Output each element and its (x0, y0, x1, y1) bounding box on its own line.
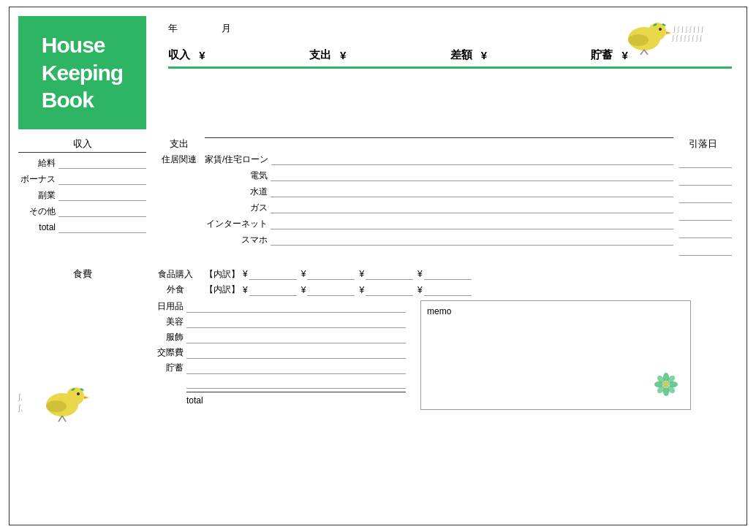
food-sub-label-2: 外食 (146, 284, 205, 296)
bird-decoration-bottom: ∫, ∫, (15, 374, 102, 428)
food-yen-label-1c: ¥ (359, 269, 364, 279)
food-line-1c[interactable] (366, 268, 413, 280)
misc-row-nichiyohin: 日用品 (146, 300, 406, 313)
date-line-2[interactable] (679, 171, 732, 186)
svg-point-11 (77, 392, 80, 395)
income-header: 収入 (18, 137, 146, 151)
misc-row-beauty: 美容 (146, 316, 406, 328)
year-label: 年 (168, 22, 178, 35)
title-line1: House (42, 33, 105, 57)
page: House Keeping Book 年 月 (9, 7, 747, 525)
misc-line-beauty[interactable] (186, 316, 406, 328)
misc-row-clothing: 服飾 (146, 331, 406, 343)
income-line-side[interactable] (58, 189, 146, 201)
expense-row-net: インターネット (205, 216, 673, 231)
title-text: House Keeping Book (34, 31, 130, 114)
expense-row-water: 水道 (205, 184, 673, 199)
income-total-label: total (18, 222, 58, 232)
income-line-kyuryo[interactable] (58, 157, 146, 169)
misc-label-nichiyohin: 日用品 (146, 300, 186, 313)
food-badge-1: 【内訳】 (205, 268, 240, 281)
income-line-bonus[interactable] (58, 173, 146, 185)
expense-line-gas[interactable] (271, 202, 673, 213)
expense-row-elec: 電気 (205, 168, 673, 183)
expense-line-water[interactable] (271, 186, 673, 197)
misc-line-savings[interactable] (186, 362, 406, 374)
date-column (673, 152, 732, 259)
bird-top-svg: ∫∫∫∫∫∫∫∫ ∫∫∫∫∫∫∫∫ (608, 18, 725, 55)
svg-text:∫,: ∫, (18, 392, 23, 402)
misc-line-nichiyohin[interactable] (186, 301, 406, 313)
misc-label-beauty: 美容 (146, 316, 186, 328)
food-line-2a[interactable] (249, 284, 297, 296)
misc-row-social: 交際費 (146, 346, 406, 359)
food-line-1a[interactable] (249, 268, 297, 280)
misc-line-blank[interactable] (186, 377, 406, 389)
lower-section: 食費 食品購入 【内訳】 ¥ ¥ ¥ ¥ 外食 【内訳】 ¥ ¥ ¥ ¥ (10, 265, 746, 410)
bird-bottom-svg: ∫, ∫, (15, 374, 102, 425)
income-symbol: ¥ (199, 49, 205, 61)
flower-decoration (648, 366, 684, 405)
food-yen-label-1b: ¥ (301, 269, 306, 279)
misc-row-savings: 貯蓄 (146, 362, 406, 374)
misc-line-social[interactable] (186, 347, 406, 359)
food-yen-label-2a: ¥ (243, 285, 248, 295)
date-line-3[interactable] (679, 189, 732, 203)
date-line-4[interactable] (679, 206, 732, 221)
svg-line-15 (62, 416, 66, 422)
svg-point-4 (628, 34, 649, 46)
title-line3: Book (42, 88, 94, 112)
misc-label-social: 交際費 (146, 346, 186, 359)
expense-line-rent[interactable] (271, 153, 673, 165)
date-line-1[interactable] (679, 153, 732, 168)
food-yen-label-2c: ¥ (359, 285, 364, 295)
expense-symbol: ¥ (340, 49, 346, 61)
expense-category: 住居関連 (154, 152, 205, 166)
food-line-2c[interactable] (366, 284, 413, 296)
income-line-other[interactable] (58, 205, 146, 217)
food-line-2b[interactable] (307, 284, 355, 296)
expense-line-elec[interactable] (271, 170, 673, 181)
income-label-other: その他 (18, 205, 58, 218)
food-yen-label-2b: ¥ (301, 285, 306, 295)
expense-label-water: 水道 (205, 186, 271, 198)
diff-summary: 差額 ¥ (450, 48, 591, 62)
food-line-2d[interactable] (424, 284, 472, 296)
expense-label-rent: 家賃/住宅ローン (205, 153, 271, 166)
month-label: 月 (222, 22, 231, 35)
expense-line-phone[interactable] (271, 234, 673, 246)
svg-line-6 (644, 50, 648, 55)
date-header: 引落日 (673, 137, 732, 151)
income-label-side: 副業 (18, 189, 58, 202)
svg-marker-3 (666, 31, 671, 34)
food-yen-label-2d: ¥ (417, 285, 423, 295)
misc-left-col: ∫, ∫, 日用品 美容 服飾 (18, 300, 406, 406)
header-right: 年 月 (146, 16, 732, 69)
food-line-1b[interactable] (307, 268, 355, 280)
memo-label: memo (427, 306, 451, 316)
date-line-5[interactable] (679, 224, 732, 238)
date-row: 年 月 (168, 22, 732, 35)
svg-point-13 (46, 400, 67, 412)
food-category-label: 食費 (18, 267, 146, 281)
title-box: House Keeping Book (18, 16, 146, 129)
income-row-bonus: ボーナス (18, 172, 146, 186)
expense-row-phone: スマホ (205, 232, 673, 247)
income-line-total[interactable] (58, 221, 146, 233)
income-row-side: 副業 (18, 188, 146, 202)
flower-svg (648, 366, 684, 403)
expense-header: 支出 (154, 137, 205, 151)
food-yen-label-1a: ¥ (243, 269, 248, 279)
income-section: 収入 給料 ボーナス 副業 その他 total (18, 137, 146, 259)
expense-label: 支出 (309, 48, 331, 62)
svg-marker-12 (84, 396, 89, 399)
expense-line-net[interactable] (271, 218, 673, 229)
food-line-1d[interactable] (424, 268, 472, 280)
food-row-2: 外食 【内訳】 ¥ ¥ ¥ ¥ (18, 284, 732, 296)
memo-box: memo (420, 300, 691, 410)
misc-label-savings: 貯蓄 (146, 362, 186, 374)
expense-label-gas: ガス (205, 202, 271, 214)
misc-label-clothing: 服飾 (146, 331, 186, 343)
misc-line-clothing[interactable] (186, 332, 406, 343)
date-line-6[interactable] (679, 241, 732, 256)
